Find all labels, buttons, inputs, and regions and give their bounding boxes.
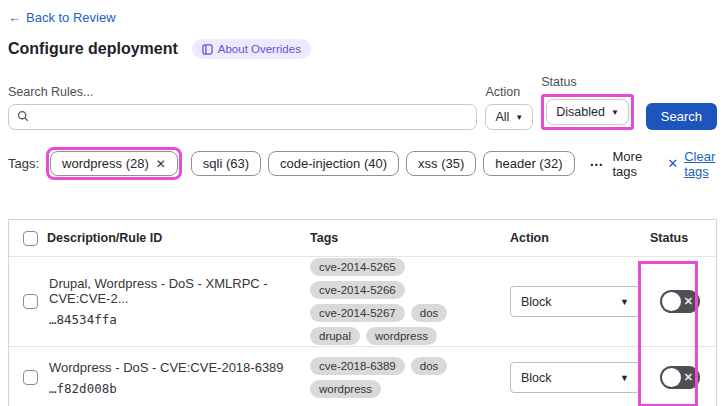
chevron-down-icon: ▼ <box>620 297 629 307</box>
rule-tag: drupal <box>310 327 360 345</box>
rule-tag: cve-2014-5267 <box>310 304 405 322</box>
tag-xss[interactable]: xss (35) <box>406 151 476 176</box>
search-rules-label: Search Rules... <box>8 85 477 99</box>
title-row: Configure deployment About Overrides <box>8 39 717 59</box>
status-toggle-off[interactable]: ✕ <box>660 366 700 389</box>
filter-area: Search Rules... Action All ▼ Status Disa… <box>8 75 717 130</box>
action-label: Action <box>485 85 533 99</box>
table-header-row: Description/Rule ID Tags Action Status <box>9 220 716 257</box>
row-checkbox[interactable] <box>23 370 38 385</box>
rule-description: Drupal, Wordpress - DoS - XMLRPC - CVE:C… <box>47 276 298 306</box>
action-select-value: All <box>495 110 509 124</box>
rule-tag: wordpress <box>366 327 437 345</box>
rule-id: …84534ffa <box>47 312 298 327</box>
back-arrow-icon: ← <box>8 10 21 25</box>
chevron-down-icon: ▼ <box>620 373 629 383</box>
about-overrides-label: About Overrides <box>218 43 301 55</box>
rule-tag: dos <box>411 304 448 322</box>
rules-table: Description/Rule ID Tags Action Status D… <box>8 219 717 406</box>
row-action-select[interactable]: Block ▼ <box>510 286 640 317</box>
chevron-down-icon: ▼ <box>515 113 523 122</box>
tag-wordpress[interactable]: wordpress (28) ✕ <box>50 151 178 176</box>
rule-tag: wordpress <box>310 380 381 398</box>
col-description: Description/Rule ID <box>41 231 304 245</box>
toggle-knob <box>662 292 681 311</box>
tag-xss-label: xss (35) <box>418 156 464 171</box>
col-status: Status <box>644 231 716 245</box>
back-link-label: Back to Review <box>26 10 116 25</box>
row-action-select[interactable]: Block ▼ <box>510 362 640 393</box>
tag-code-injection-label: code-injection (40) <box>280 156 387 171</box>
back-to-review-link[interactable]: ← Back to Review <box>8 10 116 25</box>
status-filter-group: Status Disabled ▼ <box>541 75 634 130</box>
configure-deployment-page: ← Back to Review Configure deployment Ab… <box>0 0 725 406</box>
toggle-x-icon: ✕ <box>684 295 693 308</box>
action-filter-group: Action All ▼ <box>485 85 533 130</box>
tag-header-label: header (32) <box>495 156 562 171</box>
toggle-knob <box>662 368 681 387</box>
page-title: Configure deployment <box>8 40 178 58</box>
tag-sqli-label: sqli (63) <box>203 156 249 171</box>
col-action: Action <box>504 231 644 245</box>
remove-tag-icon[interactable]: ✕ <box>156 157 166 171</box>
status-select[interactable]: Disabled ▼ <box>546 99 629 125</box>
status-label: Status <box>541 75 634 89</box>
rule-tag: cve-2014-5266 <box>310 281 405 299</box>
rule-tag: cve-2014-5265 <box>310 258 405 276</box>
select-all-checkbox[interactable] <box>23 231 38 246</box>
search-rules-group: Search Rules... <box>8 85 477 130</box>
tag-wordpress-label: wordpress (28) <box>62 156 149 171</box>
table-row: Drupal, Wordpress - DoS - XMLRPC - CVE:C… <box>9 257 716 347</box>
selected-tag-highlight: wordpress (28) ✕ <box>46 147 182 180</box>
search-icon <box>17 108 29 126</box>
status-toggle-off[interactable]: ✕ <box>660 290 700 313</box>
rule-description: Wordpress - DoS - CVE:CVE-2018-6389 <box>47 360 298 375</box>
chevron-down-icon: ▼ <box>611 108 619 117</box>
row-checkbox[interactable] <box>23 294 38 309</box>
status-filter-highlight: Disabled ▼ <box>541 94 634 130</box>
clear-tags-label: Clear tags <box>684 149 717 179</box>
clear-tags-x-icon: ✕ <box>667 156 678 171</box>
col-tags: Tags <box>304 231 504 245</box>
more-tags-button[interactable]: ⋯ More tags <box>590 149 643 179</box>
more-tags-label: More tags <box>613 149 643 179</box>
toggle-x-icon: ✕ <box>684 371 693 384</box>
row-action-value: Block <box>521 295 552 309</box>
rule-tags: cve-2014-5265 cve-2014-5266 cve-2014-526… <box>304 258 504 345</box>
tag-sqli[interactable]: sqli (63) <box>191 151 261 176</box>
rule-tag: dos <box>411 357 448 375</box>
rule-tags: cve-2018-6389 dos wordpress <box>304 357 504 398</box>
ellipsis-icon: ⋯ <box>590 156 605 172</box>
tag-code-injection[interactable]: code-injection (40) <box>268 151 399 176</box>
tags-label: Tags: <box>8 156 39 171</box>
search-rules-input[interactable] <box>35 110 468 125</box>
tag-header[interactable]: header (32) <box>483 151 574 176</box>
about-overrides-badge[interactable]: About Overrides <box>192 39 311 59</box>
rule-tag: cve-2018-6389 <box>310 357 405 375</box>
row-action-value: Block <box>521 371 552 385</box>
tags-bar: Tags: wordpress (28) ✕ sqli (63) code-in… <box>8 147 717 180</box>
search-rules-box <box>8 104 477 130</box>
rule-id: …f82d008b <box>47 381 298 396</box>
search-button[interactable]: Search <box>646 103 717 130</box>
book-icon <box>202 44 213 55</box>
status-select-value: Disabled <box>556 105 605 119</box>
table-row: Wordpress - DoS - CVE:CVE-2018-6389 …f82… <box>9 347 716 406</box>
action-select[interactable]: All ▼ <box>485 104 533 130</box>
clear-tags-button[interactable]: ✕ Clear tags <box>667 149 717 179</box>
